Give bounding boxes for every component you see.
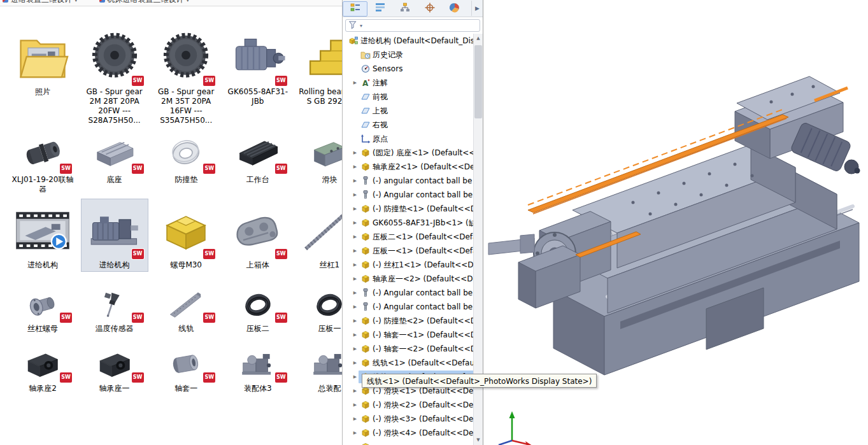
- file-item[interactable]: SW装配体3: [224, 341, 292, 395]
- tree-item[interactable]: ▶(固定) 底座<1> (Default<<: [343, 146, 473, 160]
- tree-item[interactable]: ▶线轨<1> (Default<<Defaul: [343, 356, 473, 370]
- tree-item[interactable]: ▶压板二<1> (Default<<Defa: [343, 230, 473, 244]
- tree-item[interactable]: ▶(-) 轴套一<2> (Default<<D: [343, 342, 473, 356]
- expand-arrow-icon[interactable]: ▶: [352, 416, 359, 421]
- file-item[interactable]: SW轴承座2: [9, 341, 76, 395]
- expand-arrow-icon[interactable]: ▶: [352, 262, 359, 267]
- tree-item[interactable]: ▶(-) 丝杠1<1> (Default<<De: [343, 258, 473, 272]
- tab-dimxpertmanager[interactable]: [417, 1, 442, 17]
- tab-featuremanager[interactable]: [343, 1, 367, 17]
- file-item[interactable]: SW螺母M30: [152, 199, 220, 272]
- file-item[interactable]: SW进给机构: [81, 199, 148, 272]
- tree-item-label: 轴承座一<2> (Default<<De: [373, 274, 473, 285]
- tree-item-label: (-) 防撞垫<2> (Default<<D: [373, 316, 473, 327]
- window-tab-bar: 进给装置三维设计 ▾ 机床进给装置三维设计 ▾: [0, 0, 342, 6]
- solidworks-badge-icon: SW: [275, 249, 287, 259]
- expand-arrow-icon[interactable]: ▶: [352, 332, 359, 337]
- expand-arrow-icon[interactable]: ▶: [352, 304, 359, 309]
- expand-arrow-icon[interactable]: ▶: [352, 178, 359, 183]
- solidworks-badge-icon: SW: [60, 164, 72, 174]
- file-item[interactable]: SWGB - Spur gear 2M 35T 20PA 16FW ---S35…: [152, 25, 220, 127]
- file-item[interactable]: SW丝杠螺母: [9, 284, 76, 336]
- base-icon: SW: [83, 131, 146, 174]
- file-item[interactable]: SWXLJ01-19-20联轴器: [9, 129, 76, 196]
- tree-item[interactable]: ▶GK6055-8AF31-JBb<1> (缺: [343, 216, 473, 230]
- expand-arrow-icon[interactable]: ▶: [352, 402, 359, 407]
- expand-arrow-icon[interactable]: ▶: [352, 374, 359, 379]
- expand-arrow-icon[interactable]: ▶: [352, 360, 359, 365]
- tree-item[interactable]: ▶: [343, 440, 473, 445]
- tree-item[interactable]: ▶(-) Angular contact ball be: [343, 300, 473, 314]
- tree-item[interactable]: ▶(-) 滑块<3> (Default<<Def: [343, 412, 473, 426]
- file-item[interactable]: SW底座: [81, 129, 148, 187]
- file-item[interactable]: SW温度传感器: [81, 284, 148, 336]
- expand-arrow-icon[interactable]: ▶: [352, 192, 359, 197]
- tree-item[interactable]: ▶(-) 轴套一<1> (Default<<D: [343, 328, 473, 342]
- file-item[interactable]: 照片: [9, 25, 76, 99]
- expand-arrow-icon[interactable]: ▶: [352, 318, 359, 323]
- annotation-icon: A: [360, 78, 371, 88]
- tree-item[interactable]: 前视: [343, 90, 473, 104]
- expand-arrow-icon[interactable]: ▶: [352, 206, 359, 211]
- tab-configurationmanager[interactable]: [392, 1, 417, 17]
- tree-item[interactable]: ▶轴承座2<1> (Default<<De: [343, 160, 473, 174]
- tree-item[interactable]: ▶压板一<1> (Default<<Defa: [343, 244, 473, 258]
- tree-item[interactable]: ▶轴承座一<2> (Default<<De: [343, 272, 473, 286]
- file-item[interactable]: SW轴承座一: [81, 341, 148, 395]
- tree-item[interactable]: ▶(-) 防撞垫<1> (Default<<D: [343, 202, 473, 216]
- scroll-up-button[interactable]: ▲: [474, 34, 483, 43]
- tree-item-label: 轴承座2<1> (Default<<De: [373, 162, 473, 173]
- tree-item-label: (-) 滑块<2> (Default<<Def: [373, 400, 473, 411]
- expand-arrow-icon[interactable]: ▶: [352, 248, 359, 253]
- file-item[interactable]: SW线轨: [152, 284, 220, 336]
- file-item[interactable]: 进给机构: [9, 199, 76, 272]
- expand-arrow-icon[interactable]: ▶: [352, 234, 359, 239]
- tooltip: 线轨<1> (Default<<Default>_PhotoWorks Disp…: [362, 374, 597, 388]
- collapse-panel-button[interactable]: ▶: [471, 1, 483, 16]
- tree-item[interactable]: 右视: [343, 118, 473, 132]
- tree-item[interactable]: 原点: [343, 132, 473, 146]
- file-item[interactable]: SW上箱体: [224, 199, 292, 272]
- tree-item[interactable]: 上视: [343, 104, 473, 118]
- expand-arrow-icon[interactable]: ▶: [352, 164, 359, 169]
- gear-icon: SW: [83, 27, 146, 86]
- expand-arrow-icon[interactable]: ▶: [352, 80, 359, 85]
- tree-item[interactable]: ▶(-) Angular contact ball be: [343, 286, 473, 300]
- tree-item[interactable]: ▶(-) 滑块<2> (Default<<Def: [343, 398, 473, 412]
- expand-arrow-icon[interactable]: ▶: [352, 430, 359, 435]
- tree-item[interactable]: ▶(-) 防撞垫<2> (Default<<D: [343, 314, 473, 328]
- scroll-down-button[interactable]: ▼: [474, 435, 483, 445]
- screw-icon: [360, 176, 371, 186]
- expand-arrow-icon[interactable]: ▶: [352, 290, 359, 295]
- tree-item[interactable]: ▶(-) Angular contact ball be: [343, 188, 473, 202]
- tree-item-label: (-) Angular contact ball be: [373, 288, 473, 297]
- filter-input[interactable]: ▾: [345, 19, 480, 32]
- expand-arrow-icon[interactable]: ▶: [352, 150, 359, 155]
- file-item[interactable]: SWGB - Spur gear 2M 28T 20PA 20FW ---S28…: [81, 25, 148, 127]
- tree-item[interactable]: ▶(-) 滑块<4> (Default<<Def: [343, 426, 473, 440]
- tab-displaymanager[interactable]: [442, 1, 467, 17]
- tree-item[interactable]: ▶A注解: [343, 76, 473, 90]
- tree-item-label: 线轨<1> (Default<<Defaul: [373, 358, 473, 369]
- chevron-down-icon: ▾: [360, 23, 362, 29]
- solidworks-badge-icon: SW: [60, 372, 72, 383]
- expand-arrow-icon[interactable]: ▶: [352, 388, 359, 393]
- file-item[interactable]: SW轴套一: [152, 341, 220, 395]
- file-name: 温度传感器: [83, 324, 146, 334]
- file-item[interactable]: SW工作台: [224, 129, 292, 187]
- tree-item[interactable]: Sensors: [343, 62, 473, 76]
- file-item[interactable]: SWGK6055-8AF31-JBb: [224, 25, 292, 108]
- file-item[interactable]: SW防撞垫: [152, 129, 220, 187]
- file-item[interactable]: SW压板二: [224, 284, 292, 336]
- document-tab-1[interactable]: 进给装置三维设计 ▾: [3, 0, 78, 5]
- document-tab-2[interactable]: 机床进给装置三维设计 ▾: [99, 0, 190, 5]
- tree-item[interactable]: 进给机构 (Default<Default_Dis: [343, 34, 473, 48]
- tree-item[interactable]: 历史记录: [343, 48, 473, 62]
- scrollbar-thumb[interactable]: [474, 45, 482, 118]
- expand-arrow-icon[interactable]: ▶: [352, 346, 359, 351]
- tab-propertymanager[interactable]: [367, 1, 392, 17]
- expand-arrow-icon[interactable]: ▶: [352, 220, 359, 225]
- expand-arrow-icon[interactable]: ▶: [352, 276, 359, 281]
- tree-item[interactable]: ▶(-) angular contact ball be: [343, 174, 473, 188]
- file-name: 装配体3: [226, 384, 290, 393]
